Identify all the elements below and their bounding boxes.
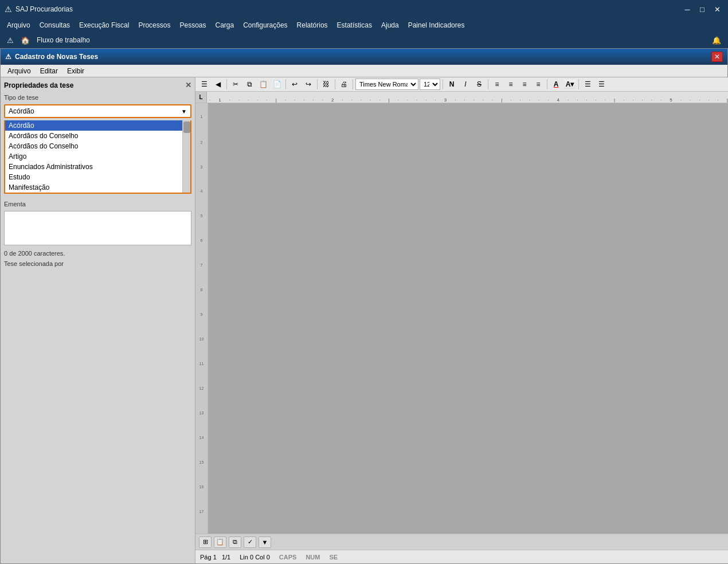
menu-arquivo[interactable]: Arquivo bbox=[2, 20, 35, 30]
align-justify-btn[interactable]: ≡ bbox=[532, 79, 545, 90]
app-toolbar-icon: ⚠ bbox=[5, 35, 16, 46]
ruler-num-15: 15 bbox=[195, 460, 208, 464]
font-name-select[interactable]: Times New Roma bbox=[355, 79, 418, 90]
menu-ajuda[interactable]: Ajuda bbox=[377, 20, 404, 30]
ruler-num-1: 1 bbox=[195, 115, 208, 119]
list-bullet-btn[interactable]: ☰ bbox=[581, 79, 594, 90]
copy-toolbar-btn[interactable]: ⧉ bbox=[229, 536, 241, 548]
ruler-num-11: 11 bbox=[195, 362, 208, 366]
app-title-icon: ⚠ bbox=[5, 5, 12, 14]
dropdown-option-artigo[interactable]: Artigo bbox=[5, 151, 190, 162]
dropdown-option-acordaos-conselho-1[interactable]: Acórdãos do Conselho bbox=[5, 131, 190, 141]
clipboard-toolbar-btn[interactable]: 📋 bbox=[214, 536, 226, 548]
menu-pessoas[interactable]: Pessoas bbox=[175, 20, 210, 30]
document-area[interactable]: 1 2 3 4 5 6 7 8 9 10 11 12 13 14 15 16 1 bbox=[195, 103, 728, 534]
highlight-btn[interactable]: A▾ bbox=[563, 79, 576, 90]
format-btn[interactable]: ☰ bbox=[198, 79, 210, 90]
font-size-select[interactable]: 12 bbox=[420, 79, 440, 90]
ruler-num-17: 17 bbox=[195, 510, 208, 514]
tipo-tese-select[interactable]: Acórdão Acórdãos do Conselho Artigo Enun… bbox=[5, 105, 190, 117]
panel-close-button[interactable]: ✕ bbox=[185, 81, 191, 89]
ruler-num-2: 2 bbox=[195, 140, 208, 144]
menu-painel-indicadores[interactable]: Painel Indicadores bbox=[404, 20, 469, 30]
fluxo-label: Fluxo de trabalho bbox=[34, 35, 92, 45]
sep-3 bbox=[317, 79, 318, 89]
left-properties-panel: Propriedades da tese ✕ Tipo de tese Acór… bbox=[1, 77, 195, 563]
maximize-button[interactable]: □ bbox=[696, 3, 709, 15]
menu-consultas[interactable]: Consultas bbox=[35, 20, 75, 30]
dialog-menu-exibir[interactable]: Exibir bbox=[62, 66, 89, 76]
list-number-btn[interactable]: ☰ bbox=[595, 79, 608, 90]
menu-estatisticas[interactable]: Estatísticas bbox=[332, 20, 377, 30]
dialog-menu-editar[interactable]: Editar bbox=[36, 66, 62, 76]
align-left-btn[interactable]: ≡ bbox=[491, 79, 503, 90]
bottom-toolbar: ⊞ 📋 ⧉ ✓ ▼ bbox=[195, 534, 728, 550]
ruler-corner: L bbox=[195, 92, 207, 103]
italic-btn[interactable]: I bbox=[459, 79, 472, 90]
ruler-num-12: 12 bbox=[195, 386, 208, 390]
app-title: SAJ Procuradorias bbox=[15, 5, 73, 13]
bold-btn[interactable]: N bbox=[445, 79, 458, 90]
ruler-num-16: 16 bbox=[195, 485, 208, 489]
notification-toolbar-btn[interactable]: 🔔 bbox=[710, 35, 723, 46]
menu-configuracoes[interactable]: Configurações bbox=[238, 20, 292, 30]
menu-carga[interactable]: Carga bbox=[211, 20, 239, 30]
print-btn[interactable]: 🖨 bbox=[338, 79, 350, 90]
ruler-num-10: 10 bbox=[195, 337, 208, 341]
dropdown-option-manifestacao[interactable]: Manifestação bbox=[5, 182, 190, 193]
paste2-btn[interactable]: 📄 bbox=[271, 79, 283, 90]
editor-panel: ☰ ◀ ✂ ⧉ 📋 📄 ↩ ↪ ⛓ 🖨 Times New Roma bbox=[195, 77, 728, 563]
dialog-menu-arquivo[interactable]: Arquivo bbox=[3, 66, 36, 76]
status-bar: Pág 1 1/1 Lin 0 Col 0 CAPS NUM SE bbox=[195, 550, 728, 563]
ruler-scale: ·1·····|·····2·····|·····3·····|·····4··… bbox=[207, 92, 728, 103]
menu-relatorios[interactable]: Relatórios bbox=[292, 20, 332, 30]
grid-toolbar-btn[interactable]: ⊞ bbox=[199, 536, 212, 548]
sep-5 bbox=[353, 79, 353, 89]
undo-btn[interactable]: ↩ bbox=[288, 79, 301, 90]
dropdown-option-acordaos-conselho-2[interactable]: Acórdãos do Conselho bbox=[5, 141, 190, 151]
menu-execucao-fiscal[interactable]: Execução Fiscal bbox=[75, 20, 134, 30]
dialog-cadastro: ⚠ Cadastro de Novas Teses ✕ Arquivo Edit… bbox=[0, 48, 728, 564]
menu-bar: Arquivo Consultas Execução Fiscal Proces… bbox=[0, 18, 728, 32]
dropdown-option-estudo[interactable]: Estudo bbox=[5, 172, 190, 182]
tipo-tese-dropdown[interactable]: Acórdão Acórdãos do Conselho Artigo Enun… bbox=[4, 104, 191, 118]
cut-btn[interactable]: ✂ bbox=[229, 79, 242, 90]
align-right-btn[interactable]: ≡ bbox=[518, 79, 531, 90]
ruler-num-4: 4 bbox=[195, 189, 208, 193]
strikethrough-btn[interactable]: S bbox=[473, 79, 486, 90]
font-color-btn[interactable]: A bbox=[550, 79, 562, 90]
redo-btn[interactable]: ↪ bbox=[302, 79, 315, 90]
num-status: NUM bbox=[306, 554, 320, 561]
sep-1 bbox=[226, 79, 227, 89]
close-button[interactable]: ✕ bbox=[711, 3, 723, 15]
sep-9 bbox=[578, 79, 579, 89]
ruler-num-9: 9 bbox=[195, 312, 208, 316]
ementa-input[interactable] bbox=[4, 211, 191, 245]
tipo-tese-label: Tipo de tese bbox=[4, 94, 191, 101]
home-toolbar-btn[interactable]: 🏠 bbox=[18, 35, 32, 46]
tese-selecionada-label: Tese selecionada por bbox=[4, 260, 191, 267]
align-center-btn[interactable]: ≡ bbox=[504, 79, 517, 90]
dropdown-option-enunciados[interactable]: Enunciados Administrativos bbox=[5, 162, 190, 172]
dialog-close-button[interactable]: ✕ bbox=[711, 52, 723, 62]
filter-toolbar-btn[interactable]: ▼ bbox=[259, 536, 271, 548]
page-status: Pág 1 1/1 bbox=[200, 554, 230, 561]
link-btn[interactable]: ⛓ bbox=[320, 79, 332, 90]
ruler-num-3: 3 bbox=[195, 165, 208, 169]
sep-7 bbox=[488, 79, 488, 89]
caps-status: CAPS bbox=[279, 554, 297, 561]
menu-processos[interactable]: Processos bbox=[134, 20, 175, 30]
paste-btn[interactable]: 📋 bbox=[257, 79, 269, 90]
editor-toolbar: ☰ ◀ ✂ ⧉ 📋 📄 ↩ ↪ ⛓ 🖨 Times New Roma bbox=[195, 77, 728, 92]
back-btn[interactable]: ◀ bbox=[212, 79, 224, 90]
ruler-num-13: 13 bbox=[195, 411, 208, 415]
lin-col-status: Lin 0 Col 0 bbox=[240, 554, 270, 561]
check-toolbar-btn[interactable]: ✓ bbox=[244, 536, 256, 548]
copy-btn[interactable]: ⧉ bbox=[243, 79, 256, 90]
minimize-button[interactable]: ─ bbox=[681, 3, 694, 15]
dialog-title: Cadastro de Novas Teses bbox=[15, 53, 98, 61]
dialog-title-bar: ⚠ Cadastro de Novas Teses ✕ bbox=[1, 49, 727, 65]
dropdown-option-acordao[interactable]: Acórdão bbox=[5, 120, 190, 131]
ruler-num-8: 8 bbox=[195, 288, 208, 292]
panel-header: Propriedades da tese ✕ bbox=[4, 81, 191, 89]
